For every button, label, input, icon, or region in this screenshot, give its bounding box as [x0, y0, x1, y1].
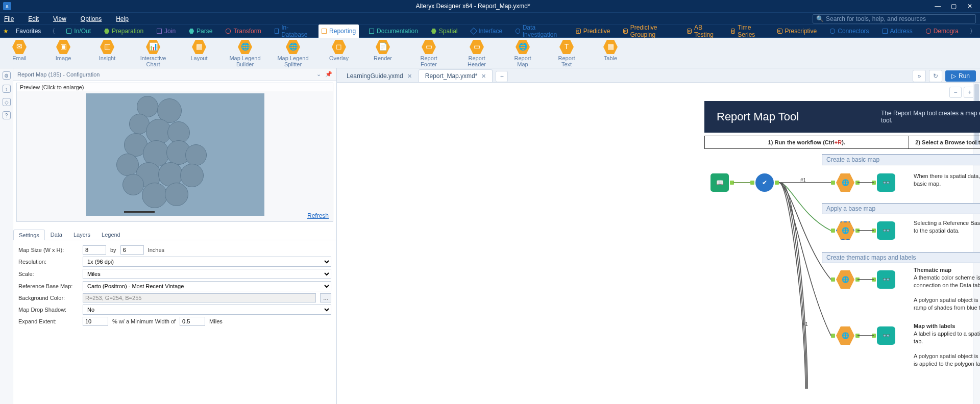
gear-icon[interactable]: ⚙ [3, 71, 11, 80]
maximize-button[interactable]: ▢ [947, 3, 961, 10]
tag-icon[interactable]: ◇ [3, 98, 11, 106]
category-favorites[interactable]: Favorites [16, 28, 41, 35]
info-icon[interactable]: ? [3, 111, 11, 119]
category-predictive[interactable]: RPredictive [573, 26, 614, 36]
menu-options[interactable]: Options [81, 15, 102, 22]
input-height[interactable] [120, 245, 144, 255]
input-minwidth[interactable] [180, 317, 205, 326]
search-input[interactable] [826, 15, 972, 22]
desc-labels: Map with labelsA label is applied to a s… [914, 322, 980, 368]
tool-map-legend-builder[interactable]: 🌐Map Legend Builder [229, 40, 261, 67]
category-preparation[interactable]: Preparation [101, 26, 146, 36]
menu-view[interactable]: View [53, 15, 66, 22]
browse-node-3[interactable]: 👓 [877, 270, 895, 289]
label-resolution: Resolution: [18, 259, 79, 265]
input-expand[interactable] [83, 317, 108, 326]
category-parse[interactable]: Parse [186, 26, 215, 36]
input-tool-node[interactable]: 📖 [710, 173, 729, 192]
tool-layout[interactable]: ▦Layout [185, 40, 213, 61]
category-prescriptive[interactable]: RPrescriptive [774, 26, 820, 36]
tool-table[interactable]: ▦Table [596, 40, 625, 61]
refresh-link[interactable]: Refresh [307, 212, 329, 219]
tool-report-header[interactable]: ▭Report Header [460, 40, 493, 67]
desc-basemap: Selecting a Reference Base Map on the Se… [914, 219, 980, 235]
category-inout[interactable]: In/Out [63, 26, 94, 36]
select-shadow[interactable]: No [83, 305, 331, 315]
chevron-right-icon[interactable]: 〉 [969, 27, 977, 36]
minimize-button[interactable]: — [930, 3, 945, 10]
doc-tab-1[interactable]: LearningGuide.yxmd✕ [340, 69, 419, 82]
menu-edit[interactable]: Edit [28, 15, 39, 22]
close-button[interactable]: ✕ [963, 3, 977, 10]
tool-insight[interactable]: ▥Insight [93, 40, 121, 61]
label-basemap: Reference Base Map: [18, 283, 79, 289]
tool-report-footer[interactable]: ▭Report Footer [412, 40, 445, 67]
category-demographic[interactable]: Demogra [923, 26, 962, 36]
new-tab-button[interactable]: + [496, 71, 508, 82]
input-width[interactable] [83, 245, 106, 255]
tab-data[interactable]: Data [45, 229, 68, 240]
color-picker-button[interactable]: … [320, 293, 331, 302]
anno-hash1b: #1 [802, 321, 808, 327]
pin-icon[interactable]: 📌 [325, 71, 332, 78]
category-time-series[interactable]: RTime Series [728, 22, 767, 40]
map-preview [86, 93, 264, 216]
zoom-out-button[interactable]: − [949, 87, 962, 98]
label-shadow: Map Drop Shadow: [18, 307, 79, 313]
refresh-button[interactable]: ↻ [929, 70, 942, 82]
tab-layers[interactable]: Layers [68, 229, 96, 240]
browse-node-1[interactable]: 👓 [877, 173, 895, 192]
search-icon: 🔍 [816, 15, 824, 22]
tool-map-legend-splitter[interactable]: 🌐Map Legend Splitter [277, 40, 309, 67]
chevron-left-icon[interactable]: 〈 [48, 27, 56, 36]
report-map-node-3[interactable]: 🌐 [836, 270, 854, 289]
tool-overlay[interactable]: ◻Overlay [325, 40, 353, 61]
tool-report-text[interactable]: TReport Text [552, 40, 581, 67]
tool-email[interactable]: ✉Email [5, 40, 34, 61]
search-box[interactable]: 🔍 [813, 14, 976, 23]
category-connectors[interactable]: Connectors [827, 26, 872, 36]
category-documentation[interactable]: Documentation [366, 26, 421, 36]
category-indatabase[interactable]: In-Database [272, 22, 311, 40]
browse-node-4[interactable]: 👓 [877, 326, 895, 345]
select-scale[interactable]: Miles [83, 269, 331, 279]
arrows-icon[interactable]: ↕ [3, 85, 11, 93]
report-map-node-1[interactable]: 🌐 [836, 173, 854, 192]
category-transform[interactable]: Transform [223, 26, 264, 36]
category-reporting[interactable]: Reporting [318, 24, 359, 38]
tool-report-map[interactable]: 🌐Report Map [508, 40, 537, 67]
category-ab-testing[interactable]: RAB Testing [684, 22, 720, 40]
tool-interactive-chart[interactable]: 📊Interactive Chart [137, 40, 169, 67]
category-join[interactable]: Join [154, 26, 179, 36]
tab-settings[interactable]: Settings [13, 230, 45, 240]
doc-tab-2[interactable]: Report_Map.yxmd*✕ [419, 69, 493, 82]
menu-help[interactable]: Help [116, 15, 129, 22]
category-spatial[interactable]: Spatial [428, 26, 461, 36]
run-button[interactable]: ▷ Run [945, 70, 976, 82]
close-icon[interactable]: ✕ [481, 73, 486, 80]
category-predictive-grouping[interactable]: RPredictive Grouping [620, 22, 677, 40]
report-map-node-2-selected[interactable]: 🌐 [836, 221, 854, 240]
configuration-panel: Report Map (185) - Configuration ⌄ 📌 Pre… [13, 68, 337, 404]
chevron-down-icon[interactable]: ⌄ [316, 71, 321, 78]
preview-box: Preview (Click to enlarge) [16, 83, 333, 222]
workflow-canvas[interactable]: − + Report Map Tool The Report Map tool … [337, 83, 980, 404]
category-data-investigation[interactable]: Data Investigation [512, 22, 565, 40]
config-sidebar: ⚙ ↕ ◇ ? [0, 68, 13, 404]
preview-canvas[interactable]: Refresh [17, 91, 333, 221]
label-scale: Scale: [18, 271, 79, 277]
select-resolution[interactable]: 1x (96 dpi) [83, 257, 331, 267]
close-icon[interactable]: ✕ [407, 73, 412, 80]
report-map-node-4[interactable]: 🌐 [836, 326, 854, 345]
overflow-button[interactable]: » [913, 70, 926, 82]
category-interface[interactable]: Interface [468, 26, 506, 36]
tool-render[interactable]: 📄Render [369, 40, 397, 61]
browse-node-2[interactable]: 👓 [877, 221, 895, 240]
category-address[interactable]: Address [879, 26, 916, 36]
menu-file[interactable]: File [4, 15, 14, 22]
tab-legend[interactable]: Legend [96, 229, 126, 240]
select-tool-node[interactable]: ✔ [755, 173, 774, 192]
select-basemap[interactable]: Carto (Positron) - Most Recent Vintage [83, 281, 331, 291]
tool-image[interactable]: ▣Image [49, 40, 78, 61]
preview-caption[interactable]: Preview (Click to enlarge) [17, 83, 333, 91]
